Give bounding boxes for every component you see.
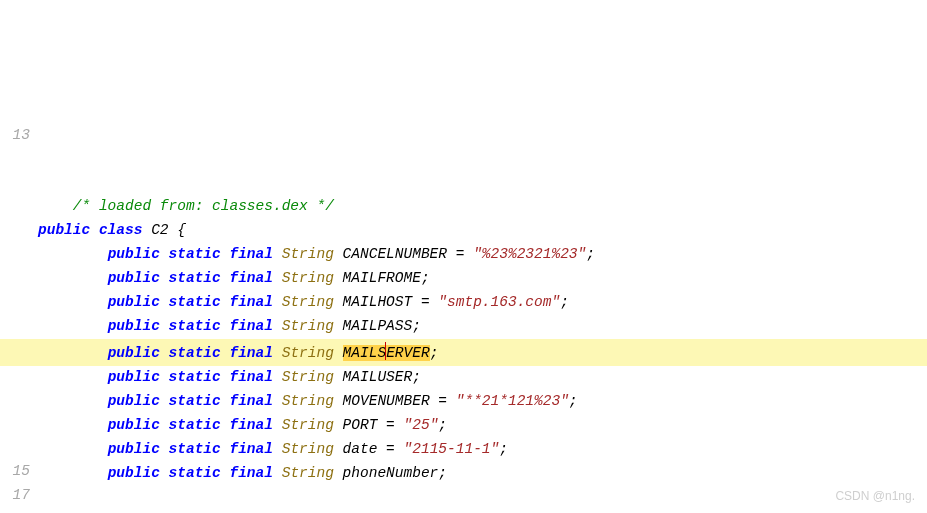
line-number xyxy=(0,220,30,244)
code-line[interactable]: public class C2 { xyxy=(38,219,927,243)
code-area[interactable]: /* loaded from: classes.dex */public cla… xyxy=(38,195,927,513)
keyword: final xyxy=(229,246,273,262)
field-name: date xyxy=(343,441,378,457)
keyword: class xyxy=(99,222,143,238)
type: String xyxy=(282,369,334,385)
keyword: final xyxy=(229,318,273,334)
keyword: static xyxy=(169,441,221,457)
line-number: 13 xyxy=(0,124,30,148)
keyword: final xyxy=(229,369,273,385)
string-literal: "25" xyxy=(404,417,439,433)
type: String xyxy=(282,294,334,310)
field-name: MAILFROME xyxy=(343,270,421,286)
code-line[interactable]: public static final String MAILHOST = "s… xyxy=(38,291,927,315)
code-line[interactable]: public static final String MOVENUMBER = … xyxy=(38,390,927,414)
code-line[interactable]: /* loaded from: classes.dex */ xyxy=(38,195,927,219)
keyword: public xyxy=(108,345,160,361)
field-name: MAILUSER xyxy=(343,369,413,385)
code-line[interactable]: public static final String MAILFROME; xyxy=(38,267,927,291)
line-number xyxy=(0,292,30,316)
code-line[interactable]: public static final String MAILPASS; xyxy=(38,315,927,339)
field-name: MAILHOST xyxy=(343,294,413,310)
line-number xyxy=(0,364,30,388)
keyword: static xyxy=(169,465,221,481)
keyword: final xyxy=(229,441,273,457)
keyword: static xyxy=(169,246,221,262)
type: String xyxy=(282,441,334,457)
keyword: public xyxy=(38,222,90,238)
line-number xyxy=(0,268,30,292)
code-line[interactable]: public static final String CANCELNUMBER … xyxy=(38,243,927,267)
keyword: static xyxy=(169,318,221,334)
line-number: 15 xyxy=(0,460,30,484)
field-name: CANCELNUMBER xyxy=(343,246,447,262)
search-highlight: MAILS xyxy=(343,345,387,361)
keyword: static xyxy=(169,270,221,286)
keyword: public xyxy=(108,465,160,481)
string-literal: "%23%2321%23" xyxy=(473,246,586,262)
line-number xyxy=(0,148,30,172)
line-number xyxy=(0,436,30,460)
keyword: public xyxy=(108,318,160,334)
line-number-gutter: 13151718212224 xyxy=(0,100,36,513)
type: String xyxy=(282,465,334,481)
code-editor[interactable]: 13151718212224 /* loaded from: classes.d… xyxy=(0,96,927,513)
line-number xyxy=(0,244,30,268)
keyword: public xyxy=(108,417,160,433)
line-number xyxy=(0,316,30,340)
keyword: static xyxy=(169,345,221,361)
field-name: MOVENUMBER xyxy=(343,393,430,409)
keyword: public xyxy=(108,441,160,457)
comment-text: /* loaded from: classes.dex */ xyxy=(73,198,334,214)
code-line[interactable]: public static final String date = "2115-… xyxy=(38,438,927,462)
line-number xyxy=(0,100,30,124)
line-number xyxy=(0,388,30,412)
brace: { xyxy=(169,222,186,238)
line-number xyxy=(0,196,30,220)
line-number xyxy=(0,412,30,436)
keyword: public xyxy=(108,270,160,286)
keyword: public xyxy=(108,393,160,409)
keyword: final xyxy=(229,393,273,409)
blank-line[interactable] xyxy=(38,486,927,510)
string-literal: "**21*121%23" xyxy=(456,393,569,409)
keyword: public xyxy=(108,294,160,310)
keyword: static xyxy=(169,393,221,409)
line-number: 18 xyxy=(0,508,30,513)
keyword: final xyxy=(229,270,273,286)
watermark: CSDN @n1ng. xyxy=(835,487,915,507)
code-line[interactable]: public static final String MAILUSER; xyxy=(38,366,927,390)
string-literal: "2115-11-1" xyxy=(404,441,500,457)
keyword: final xyxy=(229,465,273,481)
search-highlight: E xyxy=(386,345,395,361)
line-number xyxy=(0,172,30,196)
class-name: C2 xyxy=(151,222,168,238)
keyword: static xyxy=(169,369,221,385)
field-name: PORT xyxy=(343,417,378,433)
keyword: static xyxy=(169,417,221,433)
line-number: 17 xyxy=(0,484,30,508)
keyword: public xyxy=(108,246,160,262)
field-name: phoneNumber xyxy=(343,465,439,481)
type: String xyxy=(282,270,334,286)
search-highlight: RVER xyxy=(395,345,430,361)
code-line-highlighted[interactable]: public static final String MAILSERVER; xyxy=(0,339,927,366)
code-line[interactable]: public static final String phoneNumber; xyxy=(38,462,927,486)
keyword: final xyxy=(229,294,273,310)
field-name: MAILPASS xyxy=(343,318,413,334)
keyword: final xyxy=(229,345,273,361)
keyword: static xyxy=(169,294,221,310)
type: String xyxy=(282,345,334,361)
string-literal: "smtp.163.com" xyxy=(438,294,560,310)
keyword: public xyxy=(108,369,160,385)
text-caret xyxy=(385,342,386,360)
type: String xyxy=(282,393,334,409)
keyword: final xyxy=(229,417,273,433)
type: String xyxy=(282,246,334,262)
code-line[interactable]: public static final String PORT = "25"; xyxy=(38,414,927,438)
type: String xyxy=(282,318,334,334)
type: String xyxy=(282,417,334,433)
